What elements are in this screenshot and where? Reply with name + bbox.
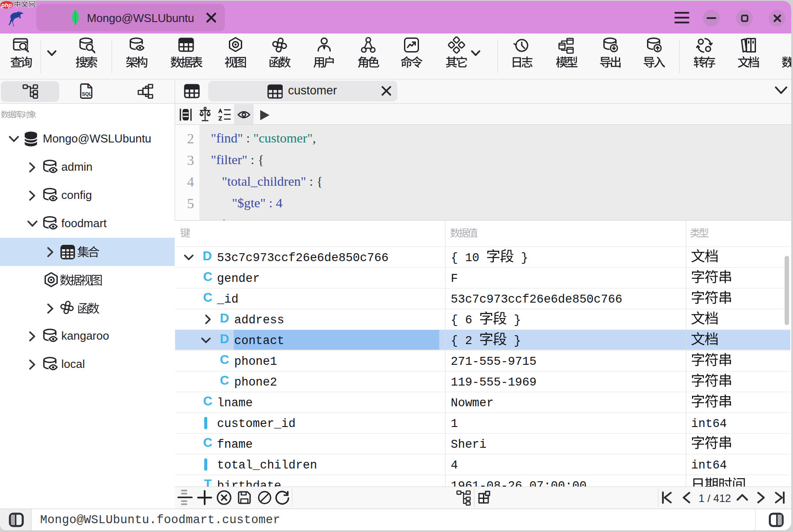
svg-text:php: php: [1, 2, 12, 8]
svg-text:SQL: SQL: [82, 91, 92, 97]
